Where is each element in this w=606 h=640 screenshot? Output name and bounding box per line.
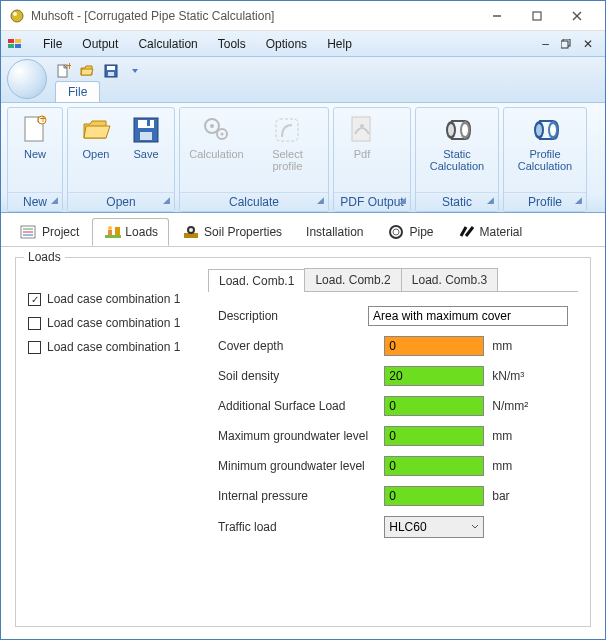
traffic-load-label: Traffic load <box>218 520 384 534</box>
svg-rect-22 <box>140 132 152 140</box>
load-case-3-checkbox[interactable]: Load case combination 1 <box>28 340 198 354</box>
ribbon-group-calculate-label: Calculate◢ <box>180 192 328 211</box>
load-case-1-checkbox[interactable]: ✓ Load case combination 1 <box>28 292 198 306</box>
soil-density-input[interactable] <box>384 366 484 386</box>
tab-pipe[interactable]: Pipe <box>376 218 444 246</box>
tab-load-comb-3[interactable]: Load. Comb.3 <box>401 268 498 291</box>
maximize-button[interactable] <box>517 2 557 30</box>
ribbon-select-profile-label: Select profile <box>259 148 316 172</box>
surface-load-label: Additional Surface Load <box>218 399 384 413</box>
traffic-load-select[interactable]: HLC60 <box>384 516 484 538</box>
mdi-restore-button[interactable] <box>555 37 577 51</box>
cover-depth-input[interactable] <box>384 336 484 356</box>
dialog-launcher-icon[interactable]: ◢ <box>399 195 406 205</box>
tab-load-comb-2[interactable]: Load. Comb.2 <box>304 268 401 291</box>
description-input[interactable] <box>368 306 568 326</box>
mdi-close-button[interactable]: ✕ <box>577 35 599 53</box>
dialog-launcher-icon[interactable]: ◢ <box>163 195 170 205</box>
loads-fieldset: Loads ✓ Load case combination 1 Load cas… <box>15 257 591 627</box>
dialog-launcher-icon[interactable]: ◢ <box>51 195 58 205</box>
ribbon-calculation-button[interactable]: Calculation <box>184 112 249 162</box>
menu-output[interactable]: Output <box>72 33 128 55</box>
checkbox-unchecked-icon <box>28 341 41 354</box>
ribbon-group-static: Static Calculation Static◢ <box>415 107 499 212</box>
traffic-load-value: HLC60 <box>389 520 426 534</box>
ribbon-open-button[interactable]: Open <box>72 112 120 162</box>
qa-dropdown-button[interactable] <box>125 61 145 81</box>
pipe-icon <box>387 224 405 240</box>
qa-open-button[interactable] <box>77 61 97 81</box>
menu-file[interactable]: File <box>33 33 72 55</box>
tab-loads[interactable]: Loads <box>92 218 169 246</box>
dialog-launcher-icon[interactable]: ◢ <box>487 195 494 205</box>
min-groundwater-unit: mm <box>492 459 512 473</box>
internal-pressure-label: Internal pressure <box>218 489 384 503</box>
ribbon-static-button[interactable]: Static Calculation <box>420 112 494 174</box>
max-groundwater-input[interactable] <box>384 426 484 446</box>
ribbon-pdf-button[interactable]: Pdf <box>338 112 386 162</box>
ribbon-save-button[interactable]: Save <box>122 112 170 162</box>
tab-material[interactable]: Material <box>447 218 534 246</box>
tab-pipe-label: Pipe <box>409 225 433 239</box>
ribbon-group-calculate: Calculation Select profile Calculate◢ <box>179 107 329 212</box>
ribbon-file-tab[interactable]: File <box>55 81 100 102</box>
svg-rect-23 <box>147 120 150 126</box>
qa-save-button[interactable] <box>101 61 121 81</box>
svg-point-49 <box>189 228 193 232</box>
material-icon <box>458 224 476 240</box>
ribbon-group-new: + New New◢ <box>7 107 63 212</box>
menu-calculation[interactable]: Calculation <box>128 33 207 55</box>
svg-point-32 <box>448 124 454 136</box>
close-button[interactable] <box>557 2 597 30</box>
load-case-2-checkbox[interactable]: Load case combination 1 <box>28 316 198 330</box>
menu-options[interactable]: Options <box>256 33 317 55</box>
menu-help[interactable]: Help <box>317 33 362 55</box>
soil-density-unit: kN/m³ <box>492 369 524 383</box>
ribbon-group-profile: Profile Calculation Profile◢ <box>503 107 587 212</box>
dialog-launcher-icon[interactable]: ◢ <box>575 195 582 205</box>
svg-rect-9 <box>15 44 21 48</box>
description-label: Description <box>218 309 368 323</box>
svg-rect-45 <box>108 230 112 235</box>
qa-new-button[interactable]: + <box>53 61 73 81</box>
ribbon-group-open-label: Open◢ <box>68 192 174 211</box>
soil-icon <box>182 224 200 240</box>
ribbon-new-button[interactable]: + New <box>12 112 58 162</box>
min-groundwater-label: Minimum groundwater level <box>218 459 384 473</box>
ribbon-select-profile-button[interactable]: Select profile <box>251 112 324 174</box>
internal-pressure-input[interactable] <box>384 486 484 506</box>
svg-rect-7 <box>15 39 21 43</box>
svg-rect-6 <box>8 39 14 43</box>
ribbon-group-open: Open Save Open◢ <box>67 107 175 212</box>
tab-soil[interactable]: Soil Properties <box>171 218 293 246</box>
surface-load-input[interactable] <box>384 396 484 416</box>
svg-point-46 <box>108 226 112 230</box>
save-disk-icon <box>130 114 162 146</box>
menu-tools[interactable]: Tools <box>208 33 256 55</box>
pdf-icon <box>346 114 378 146</box>
loads-legend: Loads <box>24 250 65 264</box>
svg-point-36 <box>536 124 542 136</box>
svg-rect-11 <box>561 41 568 48</box>
app-orb-button[interactable] <box>7 59 47 99</box>
max-groundwater-unit: mm <box>492 429 512 443</box>
content-area: Loads ✓ Load case combination 1 Load cas… <box>1 247 605 637</box>
mdi-minimize-button[interactable]: – <box>536 35 555 53</box>
svg-point-0 <box>11 10 23 22</box>
load-case-list: ✓ Load case combination 1 Load case comb… <box>28 268 198 364</box>
load-case-2-label: Load case combination 1 <box>47 316 180 330</box>
minimize-button[interactable] <box>477 2 517 30</box>
load-details: Load. Comb.1 Load. Comb.2 Load. Comb.3 D… <box>208 268 578 562</box>
tab-load-comb-1[interactable]: Load. Comb.1 <box>208 269 305 292</box>
tab-project-label: Project <box>42 225 79 239</box>
max-groundwater-label: Maximum groundwater level <box>218 429 384 443</box>
ribbon-group-profile-label: Profile◢ <box>504 192 586 211</box>
dialog-launcher-icon[interactable]: ◢ <box>317 195 324 205</box>
svg-point-38 <box>550 124 556 136</box>
tab-project[interactable]: Project <box>9 218 90 246</box>
tab-installation[interactable]: Installation <box>295 219 374 245</box>
surface-load-unit: N/mm² <box>492 399 528 413</box>
ribbon-calculation-label: Calculation <box>189 148 243 160</box>
ribbon-profile-button[interactable]: Profile Calculation <box>508 112 582 174</box>
min-groundwater-input[interactable] <box>384 456 484 476</box>
